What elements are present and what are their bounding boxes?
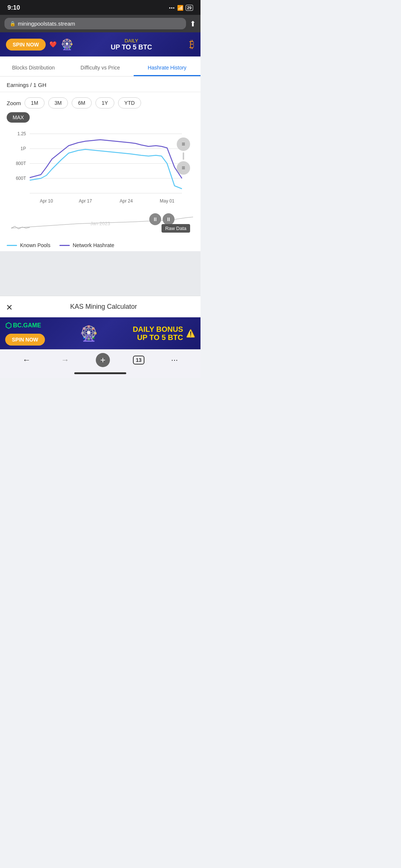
wifi-icon: 📶	[177, 5, 183, 11]
top-spin-button[interactable]: SPIN NOW	[6, 39, 46, 51]
chart-area: 1.25 1P 800T 600T Apr 10 Apr 17 Apr 24 M…	[0, 126, 200, 239]
bottom-ad-text2: UP TO 5 BTC	[133, 333, 183, 341]
zoom-max-button[interactable]: MAX	[7, 112, 30, 123]
zoom-ytd-button[interactable]: YTD	[118, 97, 141, 108]
svg-text:Apr 10: Apr 10	[40, 198, 53, 204]
chart-svg: 1.25 1P 800T 600T Apr 10 Apr 17 Apr 24 M…	[4, 126, 197, 210]
chart-control-top[interactable]: ≡	[177, 137, 190, 151]
bottom-panel: ✕ KAS Mining Calculator	[0, 296, 200, 317]
bc-logo-text: BC.GAME	[13, 322, 41, 329]
svg-text:800T: 800T	[16, 161, 26, 166]
chart-legend: Known Pools Network Hashrate	[0, 239, 200, 251]
earnings-label: Earnings / 1 GH	[0, 77, 200, 92]
browser-chrome: 🔒 miningpoolstats.stream ⬆	[0, 15, 200, 32]
legend-known-pools: Known Pools	[7, 242, 50, 248]
ad-sub-text: DAILY	[77, 38, 186, 43]
close-panel-button[interactable]: ✕	[6, 303, 13, 312]
main-content: Blocks Distribution Difficulty vs Price …	[0, 56, 200, 251]
battery-icon: 29	[186, 5, 193, 11]
share-button[interactable]: ⬆	[190, 19, 196, 28]
lower-chart: Jan 2023 ⏸ ⏸ Raw Data	[4, 210, 197, 236]
zoom-label: Zoom	[7, 100, 21, 106]
svg-text:1.25: 1.25	[17, 131, 26, 136]
browser-nav-bar: ← → + 13 ···	[0, 349, 200, 370]
bottom-panel-title: KAS Mining Calculator	[70, 303, 137, 310]
home-bar	[74, 372, 126, 374]
play-button-1[interactable]: ⏸	[149, 213, 161, 225]
url-bar[interactable]: 🔒 miningpoolstats.stream	[4, 18, 186, 29]
tab-hashrate-history[interactable]: Hashrate History	[134, 59, 200, 76]
legend-network-hashrate: Network Hashrate	[59, 242, 114, 248]
tab-blocks-distribution[interactable]: Blocks Distribution	[0, 59, 67, 76]
svg-text:1P: 1P	[20, 146, 26, 151]
heart-icon: ❤️	[49, 41, 57, 48]
bottom-spin-button[interactable]: SPIN NOW	[5, 334, 45, 346]
chart-control-bottom[interactable]: ≡	[177, 161, 190, 175]
new-tab-button[interactable]: +	[96, 353, 110, 367]
lower-chart-label: Jan 2023	[90, 221, 110, 226]
svg-text:600T: 600T	[16, 176, 26, 181]
back-button[interactable]: ←	[19, 354, 35, 366]
play-button-2[interactable]: ⏸	[163, 213, 175, 225]
zoom-6m-button[interactable]: 6M	[72, 97, 91, 108]
zoom-controls: Zoom 1M 3M 6M 1Y YTD	[0, 92, 200, 111]
more-button[interactable]: ···	[167, 354, 182, 366]
signal-icon: ▪▪▪	[169, 5, 175, 10]
status-time: 9:10	[7, 4, 20, 12]
ad-main-text: UP TO 5 BTC	[77, 43, 186, 51]
chart-controls-right: ≡ ≡	[177, 137, 190, 175]
bottom-wheel-icon: 🎡	[79, 325, 98, 342]
top-ad-banner[interactable]: SPIN NOW ❤️ 🎡 DAILY UP TO 5 BTC ₿	[0, 32, 200, 56]
url-text: miningpoolstats.stream	[18, 20, 75, 27]
status-bar: 9:10 ▪▪▪ 📶 29	[0, 0, 200, 15]
known-pools-line	[7, 245, 17, 246]
bottom-ad-banner[interactable]: ⬡ BC.GAME SPIN NOW 🎡 DAILY BONUS UP TO 5…	[0, 317, 200, 349]
bottom-ad-text: DAILY BONUS	[133, 325, 183, 333]
svg-text:Apr 17: Apr 17	[79, 198, 92, 204]
hashrate-chart: 1.25 1P 800T 600T Apr 10 Apr 17 Apr 24 M…	[4, 126, 197, 208]
forward-button[interactable]: →	[57, 354, 73, 366]
zoom-1y-button[interactable]: 1Y	[95, 97, 114, 108]
zoom-3m-button[interactable]: 3M	[48, 97, 68, 108]
svg-text:May 01: May 01	[160, 198, 175, 204]
bc-logo-icon: ⬡	[5, 321, 12, 330]
raw-data-button[interactable]: Raw Data	[162, 224, 190, 233]
bottom-warning-icon: ⚠️	[186, 329, 195, 338]
wheel-icon: 🎡	[61, 38, 74, 51]
network-hashrate-line	[59, 245, 70, 246]
chart-play-controls: ⏸ ⏸	[149, 213, 175, 225]
status-icons: ▪▪▪ 📶 29	[169, 5, 193, 11]
tabs-container: Blocks Distribution Difficulty vs Price …	[0, 56, 200, 77]
bitcoin-icon: ₿	[189, 38, 195, 51]
zoom-1m-button[interactable]: 1M	[25, 97, 44, 108]
tab-difficulty-vs-price[interactable]: Difficulty vs Price	[67, 59, 134, 76]
home-indicator	[0, 370, 200, 378]
zoom-row2: MAX	[0, 111, 200, 126]
svg-text:Apr 24: Apr 24	[120, 198, 133, 204]
lock-icon: 🔒	[10, 21, 16, 26]
gray-spacer	[0, 251, 200, 296]
tab-count-badge[interactable]: 13	[133, 356, 145, 365]
